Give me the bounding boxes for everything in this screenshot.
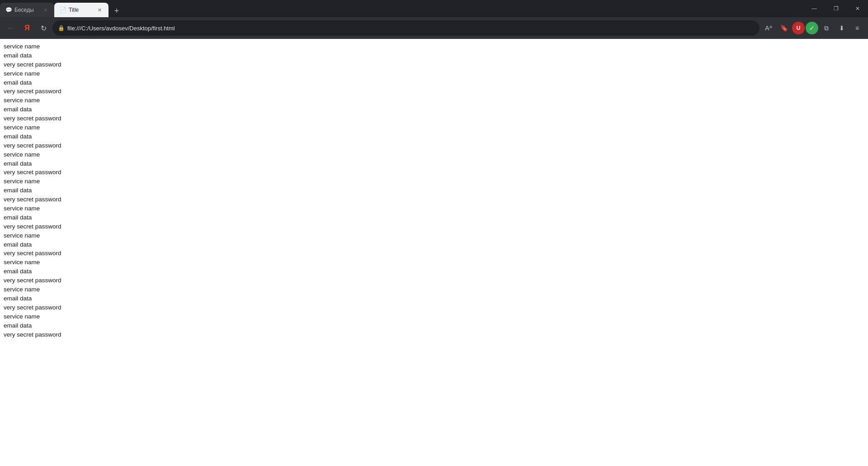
service-name: service name: [4, 96, 864, 105]
email-data: email data: [4, 186, 864, 195]
password-data: very secret password: [4, 331, 864, 339]
download-button[interactable]: ⬇: [835, 21, 849, 35]
service-name: service name: [4, 124, 864, 132]
tab-title-favicon: 📄: [60, 7, 66, 13]
profile-button[interactable]: U: [792, 22, 805, 34]
tab-besedy-close[interactable]: ✕: [42, 6, 49, 14]
service-name: service name: [4, 285, 864, 294]
tab-besedy[interactable]: 💬 Беседы ✕: [0, 3, 54, 17]
new-tab-button[interactable]: +: [110, 5, 123, 17]
service-name: service name: [4, 313, 864, 321]
toolbar: ← Я ↻ 🔒 file:///C:/Users/avdosev/Desktop…: [0, 17, 868, 39]
title-bar: 💬 Беседы ✕ 📄 Title ✕ + — ❐ ✕: [0, 0, 868, 17]
password-data: very secret password: [4, 249, 864, 258]
tabs-area: 💬 Беседы ✕ 📄 Title ✕ +: [0, 0, 804, 17]
address-bar[interactable]: 🔒 file:///C:/Users/avdosev/Desktop/first…: [52, 20, 760, 36]
email-data: email data: [4, 133, 864, 141]
tab-title-label: Title: [69, 7, 94, 13]
email-data: email data: [4, 241, 864, 249]
email-data: email data: [4, 52, 864, 60]
service-name: service name: [4, 232, 864, 240]
email-data: email data: [4, 322, 864, 330]
password-data: very secret password: [4, 61, 864, 69]
email-data: email data: [4, 105, 864, 114]
password-data: very secret password: [4, 142, 864, 150]
password-data: very secret password: [4, 195, 864, 204]
window-controls: — ❐ ✕: [804, 0, 868, 17]
content-text: service nameemail datavery secret passwo…: [4, 43, 864, 339]
email-data: email data: [4, 267, 864, 276]
password-data: very secret password: [4, 223, 864, 231]
email-data: email data: [4, 79, 864, 87]
back-button[interactable]: ←: [4, 21, 18, 35]
lock-icon: 🔒: [58, 25, 65, 31]
password-data: very secret password: [4, 304, 864, 312]
tab-besedy-favicon: 💬: [5, 7, 12, 13]
address-text: file:///C:/Users/avdosev/Desktop/first.h…: [67, 25, 754, 32]
password-data: very secret password: [4, 168, 864, 177]
reload-button[interactable]: ↻: [36, 21, 51, 35]
service-name: service name: [4, 70, 864, 78]
email-data: email data: [4, 295, 864, 303]
service-name: service name: [4, 151, 864, 159]
email-data: email data: [4, 214, 864, 222]
bookmark-button[interactable]: 🔖: [777, 21, 791, 35]
service-name: service name: [4, 204, 864, 213]
service-name: service name: [4, 177, 864, 186]
tab-besedy-title: Беседы: [14, 7, 40, 13]
password-data: very secret password: [4, 276, 864, 285]
toolbar-right: Aᴬ 🔖 U ✓ ⧉ ⬇ ≡: [761, 21, 864, 35]
maximize-button[interactable]: ❐: [826, 0, 846, 17]
service-name: service name: [4, 258, 864, 267]
close-button[interactable]: ✕: [847, 0, 868, 17]
tab-title-close[interactable]: ✕: [96, 6, 103, 14]
shield-button[interactable]: ✓: [806, 22, 818, 34]
password-data: very secret password: [4, 87, 864, 96]
page-content: service nameemail datavery secret passwo…: [0, 39, 868, 466]
password-data: very secret password: [4, 114, 864, 123]
yandex-button[interactable]: Я: [20, 21, 34, 35]
tab-title[interactable]: 📄 Title ✕: [54, 3, 108, 17]
tab-search-button[interactable]: ⧉: [819, 21, 834, 35]
menu-button[interactable]: ≡: [850, 21, 864, 35]
service-name: service name: [4, 43, 864, 51]
email-data: email data: [4, 160, 864, 168]
minimize-button[interactable]: —: [804, 0, 825, 17]
read-mode-button[interactable]: Aᴬ: [761, 21, 776, 35]
